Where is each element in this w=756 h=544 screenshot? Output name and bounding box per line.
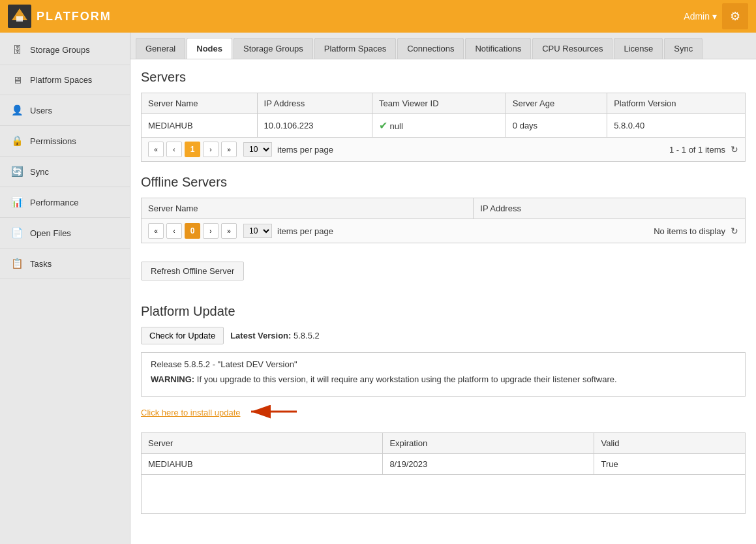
tab-bar: General Nodes Storage Groups Platform Sp… <box>130 33 756 59</box>
install-link-row: Click here to install update <box>141 402 746 423</box>
tab-license[interactable]: License <box>614 38 663 59</box>
sidebar-item-storage-groups[interactable]: 🗄 Storage Groups <box>0 35 130 65</box>
sidebar-item-label: Performance <box>30 198 78 207</box>
sidebar-item-tasks[interactable]: 📋 Tasks <box>0 249 130 279</box>
page-first-btn[interactable]: « <box>148 142 164 157</box>
tab-general[interactable]: General <box>136 38 185 59</box>
cell-valid: True <box>594 454 746 475</box>
check-icon: ✔ <box>379 120 387 131</box>
check-update-row: Check for Update Latest Version: 5.8.5.2 <box>141 327 746 344</box>
settings-button[interactable]: ⚙ <box>722 3 748 29</box>
check-update-button[interactable]: Check for Update <box>141 327 224 344</box>
gear-icon: ⚙ <box>730 9 740 23</box>
col-server-name: Server Name <box>142 93 258 114</box>
pagination-right: 1 - 1 of 1 items ↻ <box>669 144 738 155</box>
content-area: Servers Server Name IP Address Team View… <box>130 59 756 544</box>
sidebar-item-label: Platform Spaces <box>30 75 92 85</box>
main-area: General Nodes Storage Groups Platform Sp… <box>130 33 756 544</box>
storage-groups-icon: 🗄 <box>10 44 23 55</box>
warning-prefix: WARNING: <box>151 374 194 384</box>
layout: 🗄 Storage Groups 🖥 Platform Spaces 👤 Use… <box>0 33 756 544</box>
per-page-select[interactable]: 10 25 50 <box>243 142 272 157</box>
warning-text: WARNING: If you upgrade to this version,… <box>151 374 736 384</box>
latest-version-label: Latest Version: <box>230 331 291 340</box>
tab-storage-groups[interactable]: Storage Groups <box>234 38 313 59</box>
arrow-indicator <box>248 402 300 423</box>
latest-version-text: Latest Version: 5.8.5.2 <box>230 331 320 340</box>
offline-page-first-btn[interactable]: « <box>148 223 164 239</box>
cell-platform-version: 5.8.0.40 <box>607 114 746 138</box>
warning-body: If you upgrade to this version, it will … <box>197 374 617 384</box>
offline-servers-title: Offline Servers <box>141 175 746 190</box>
admin-button[interactable]: Admin ▾ <box>684 11 717 22</box>
items-per-page-label: items per page <box>277 145 333 155</box>
cell-team-viewer-id: ✔ null <box>372 114 506 138</box>
tab-nodes[interactable]: Nodes <box>187 38 232 59</box>
page-current: 1 <box>185 142 200 157</box>
col-platform-version: Platform Version <box>607 93 746 114</box>
tab-sync[interactable]: Sync <box>664 38 703 59</box>
page-next-btn[interactable]: › <box>203 142 219 157</box>
col-team-viewer-id: Team Viewer ID <box>372 93 506 114</box>
performance-icon: 📊 <box>10 196 23 208</box>
col-expiration: Expiration <box>383 433 594 454</box>
header: PLATFORM Admin ▾ ⚙ <box>0 0 756 33</box>
table-row: MEDIAHUB 8/19/2023 True <box>142 454 746 475</box>
table-row: MEDIAHUB 10.0.106.223 ✔ null 0 days 5.8.… <box>142 114 746 138</box>
offline-servers-section: Offline Servers Server Name IP Address « <box>141 175 746 243</box>
offline-pagination-summary: No items to display <box>654 226 725 236</box>
servers-section: Servers Server Name IP Address Team View… <box>141 70 746 162</box>
platform-spaces-icon: 🖥 <box>10 74 23 85</box>
pagination-left: « ‹ 1 › » 10 25 50 items per page <box>148 142 333 157</box>
release-info-box: Release 5.8.5.2 - "Latest DEV Version" W… <box>141 352 746 397</box>
refresh-btn[interactable]: ↻ <box>731 144 738 155</box>
header-right: Admin ▾ ⚙ <box>684 3 748 29</box>
offline-page-next-btn[interactable]: › <box>203 223 219 239</box>
tab-connections[interactable]: Connections <box>397 38 464 59</box>
offline-refresh-btn[interactable]: ↻ <box>731 226 738 236</box>
sidebar-item-label: Storage Groups <box>30 45 90 55</box>
license-table-section: Server Expiration Valid MEDIAHUB 8/19/20… <box>141 432 746 514</box>
platform-update-section: Platform Update Check for Update Latest … <box>141 304 746 514</box>
sidebar-item-label: Sync <box>30 167 49 177</box>
logo-text: PLATFORM <box>37 10 112 23</box>
platform-update-title: Platform Update <box>141 304 746 319</box>
offline-page-current: 0 <box>185 223 200 239</box>
offline-page-last-btn[interactable]: » <box>221 223 237 239</box>
tab-notifications[interactable]: Notifications <box>465 38 531 59</box>
offline-page-prev-btn[interactable]: ‹ <box>166 223 182 239</box>
offline-per-page-select[interactable]: 10 25 50 <box>243 224 272 238</box>
servers-table: Server Name IP Address Team Viewer ID Se… <box>141 93 746 138</box>
sidebar-item-platform-spaces[interactable]: 🖥 Platform Spaces <box>0 65 130 95</box>
cell-expiration: 8/19/2023 <box>383 454 594 475</box>
tasks-icon: 📋 <box>10 258 23 269</box>
servers-title: Servers <box>141 70 746 85</box>
offline-pagination: « ‹ 0 › » 10 25 50 items per page No i <box>141 219 746 243</box>
sidebar-item-label: Tasks <box>30 259 52 269</box>
svg-rect-1 <box>16 16 23 22</box>
offline-pagination-left: « ‹ 0 › » 10 25 50 items per page <box>148 223 333 239</box>
tab-cpu-resources[interactable]: CPU Resources <box>532 38 612 59</box>
sync-icon: 🔄 <box>10 166 23 177</box>
release-title: Release 5.8.5.2 - "Latest DEV Version" <box>151 359 736 369</box>
offline-pagination-right: No items to display ↻ <box>654 226 738 236</box>
tab-platform-spaces[interactable]: Platform Spaces <box>314 38 396 59</box>
sidebar-item-permissions[interactable]: 🔒 Permissions <box>0 126 130 157</box>
sidebar-item-users[interactable]: 👤 Users <box>0 95 130 126</box>
page-last-btn[interactable]: » <box>221 142 237 157</box>
sidebar-item-sync[interactable]: 🔄 Sync <box>0 157 130 187</box>
page-prev-btn[interactable]: ‹ <box>166 142 182 157</box>
sidebar-item-open-files[interactable]: 📄 Open Files <box>0 218 130 249</box>
pagination-summary: 1 - 1 of 1 items <box>669 145 725 155</box>
sidebar-item-performance[interactable]: 📊 Performance <box>0 187 130 218</box>
permissions-icon: 🔒 <box>10 135 23 147</box>
offline-items-per-page-label: items per page <box>277 226 333 236</box>
sidebar: 🗄 Storage Groups 🖥 Platform Spaces 👤 Use… <box>0 33 130 544</box>
cell-license-server: MEDIAHUB <box>142 454 383 475</box>
install-update-link[interactable]: Click here to install update <box>141 408 240 417</box>
sidebar-item-label: Open Files <box>30 228 71 238</box>
logo-area: PLATFORM <box>8 5 112 28</box>
refresh-offline-server-button[interactable]: Refresh Offline Server <box>141 262 244 280</box>
cell-server-name: MEDIAHUB <box>142 114 258 138</box>
open-files-icon: 📄 <box>10 227 23 239</box>
